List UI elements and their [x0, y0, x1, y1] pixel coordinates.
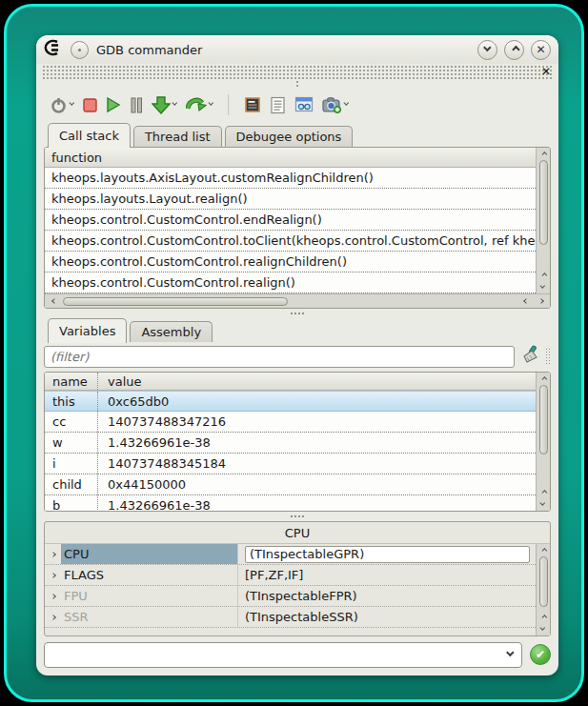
tab-variables[interactable]: Variables	[48, 318, 127, 343]
pause-icon	[130, 97, 143, 113]
scroll-up-icon[interactable]	[537, 269, 550, 281]
call-stack-row[interactable]: kheops.control.CustomControl.toClient(kh…	[45, 231, 536, 252]
call-stack-list: function kheops.layouts.AxisLayout.custo…	[45, 148, 536, 293]
column-value[interactable]: value	[98, 374, 536, 389]
minimize-button[interactable]	[477, 40, 497, 60]
chevron-up-icon	[512, 46, 519, 53]
call-stack-row[interactable]: kheops.control.CustomControl.realign()	[45, 272, 536, 293]
expander-icon[interactable]	[45, 553, 61, 556]
scroll-down-icon[interactable]	[537, 281, 550, 293]
window-menu-button[interactable]	[71, 41, 89, 59]
vscroll-thumb[interactable]	[539, 385, 548, 454]
titlebar[interactable]: GDB commander ✕	[36, 35, 558, 64]
call-stack-row[interactable]: kheops.control.CustomControl.realignChil…	[45, 252, 536, 272]
expander-icon[interactable]	[45, 615, 61, 619]
dropdown-chevron-icon[interactable]	[69, 100, 74, 106]
cpu-vscrollbar[interactable]	[536, 544, 550, 635]
step-over-icon	[186, 95, 207, 114]
debug-toolbar	[36, 88, 558, 122]
tab-call-stack[interactable]: Call stack	[48, 123, 131, 148]
call-stack-hscrollbar[interactable]	[45, 293, 550, 308]
variable-row[interactable]: child 0x44150000	[45, 474, 536, 495]
call-stack-row[interactable]: kheops.layouts.AxisLayout.customRealignC…	[45, 168, 536, 189]
step-into-icon	[152, 95, 171, 114]
dock-close-icon[interactable]: ✕	[541, 65, 551, 78]
pane-splitter[interactable]	[44, 512, 551, 520]
scroll-up-icon[interactable]	[537, 544, 550, 556]
filter-input[interactable]	[44, 346, 515, 368]
vscroll-thumb[interactable]	[539, 160, 548, 245]
desktop-frame: GDB commander ✕ ✕	[4, 4, 584, 702]
watch-icon	[294, 96, 314, 113]
toolbar-separator	[228, 94, 230, 115]
inspect-tabbar: Variables Assembly	[44, 317, 551, 342]
dock-grip[interactable]	[545, 348, 551, 365]
chevron-down-icon[interactable]	[506, 649, 514, 656]
variable-row[interactable]: cc 140737488347216	[45, 412, 536, 433]
check-icon: ✔	[536, 648, 545, 661]
cpu-inspector-title: CPU	[45, 522, 550, 543]
expander-icon[interactable]	[45, 595, 61, 598]
scroll-right-icon[interactable]	[535, 295, 547, 308]
scroll-down-icon[interactable]	[537, 623, 550, 635]
dropdown-chevron-icon[interactable]	[172, 100, 177, 106]
watch-window-button[interactable]	[294, 96, 314, 113]
scroll-left-icon[interactable]	[48, 295, 60, 308]
tab-thread-list[interactable]: Thread list	[133, 126, 222, 147]
expander-icon[interactable]	[45, 574, 61, 577]
variable-row[interactable]: b 1.43266961e-38	[45, 495, 536, 511]
maximize-button[interactable]	[504, 40, 524, 60]
app-logo-icon	[44, 39, 63, 60]
register-row-fpu[interactable]: FPU (TInspectableFPR)	[45, 586, 536, 607]
dropdown-chevron-icon[interactable]	[343, 100, 349, 106]
pause-button[interactable]	[130, 97, 143, 113]
call-stack-row[interactable]: kheops.control.CustomControl.endRealign(…	[45, 210, 536, 231]
close-icon: ✕	[536, 44, 545, 55]
register-value-field[interactable]: (TInspectableGPR)	[245, 546, 530, 563]
memory-view-button[interactable]	[244, 96, 261, 113]
stop-button[interactable]	[83, 98, 97, 112]
tab-assembly[interactable]: Assembly	[130, 321, 213, 342]
scroll-left-icon[interactable]	[519, 295, 532, 308]
scroll-up-icon[interactable]	[537, 486, 550, 498]
scroll-up-icon[interactable]	[537, 373, 550, 385]
register-row-cpu[interactable]: CPU (TInspectableGPR)	[45, 544, 536, 565]
power-button[interactable]	[50, 96, 74, 114]
hscroll-thumb[interactable]	[63, 297, 288, 306]
call-stack-vscrollbar[interactable]	[536, 148, 550, 293]
call-stack-row[interactable]: kheops.layouts.Layout.realign()	[45, 189, 536, 210]
variables-header[interactable]: name value	[45, 373, 536, 391]
pane-splitter[interactable]	[44, 309, 551, 317]
memory-chip-icon	[244, 96, 261, 113]
window-title: GDB commander	[96, 43, 470, 57]
variables-vscrollbar[interactable]	[536, 373, 550, 511]
close-button[interactable]: ✕	[531, 40, 551, 60]
command-combobox[interactable]	[44, 642, 522, 668]
call-stack-column-header[interactable]: function	[45, 148, 536, 168]
variable-row[interactable]: i 140737488345184	[45, 454, 536, 474]
clear-filter-button[interactable]	[520, 345, 539, 368]
variable-row[interactable]: this 0xc65db0	[45, 391, 536, 412]
register-row-flags[interactable]: FLAGS [PF,ZF,IF]	[45, 565, 536, 586]
scroll-up-icon[interactable]	[537, 148, 550, 160]
stack-tabbar: Call stack Thread list Debugee options	[44, 122, 551, 147]
register-row-ssr[interactable]: SSR (TInspectableSSR)	[45, 607, 536, 628]
dock-grip[interactable]	[295, 80, 299, 88]
splitter-grip	[290, 312, 305, 315]
dropdown-chevron-icon[interactable]	[208, 100, 213, 106]
tab-debugee-options[interactable]: Debugee options	[225, 126, 354, 147]
vscroll-thumb[interactable]	[539, 556, 548, 607]
continue-button[interactable]	[106, 96, 121, 113]
submit-command-button[interactable]: ✔	[530, 644, 551, 665]
broom-icon	[520, 345, 539, 364]
snapshot-button[interactable]	[322, 96, 349, 114]
column-name[interactable]: name	[45, 373, 98, 390]
step-over-button[interactable]	[186, 95, 213, 114]
log-view-button[interactable]	[270, 96, 286, 114]
dock-handle-strip[interactable]: ✕	[42, 65, 553, 79]
variable-row[interactable]: w 1.43266961e-38	[45, 433, 536, 454]
step-into-button[interactable]	[152, 95, 177, 114]
scroll-down-icon[interactable]	[537, 498, 550, 511]
scroll-up-icon[interactable]	[537, 611, 550, 623]
filter-row	[44, 345, 551, 368]
